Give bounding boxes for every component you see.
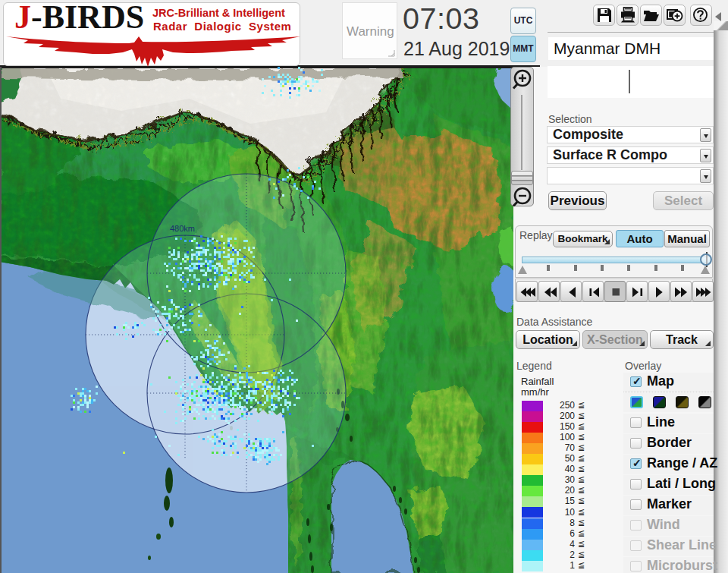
- svg-text:480km: 480km: [170, 224, 195, 233]
